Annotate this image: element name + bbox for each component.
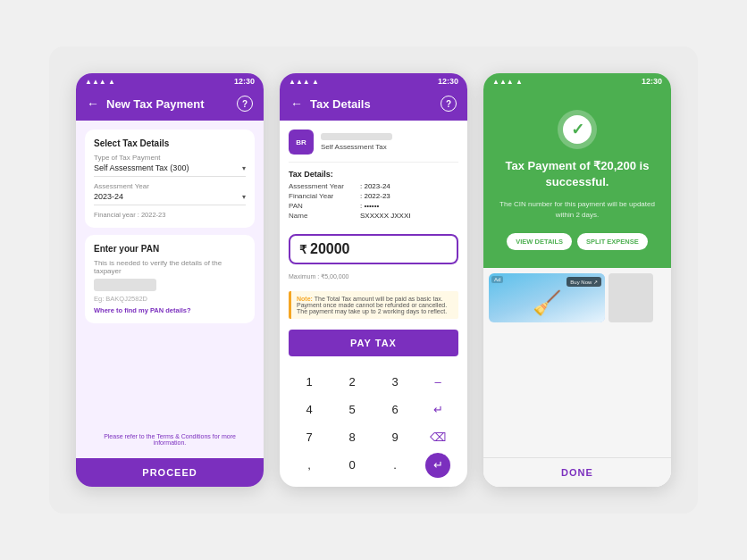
screen1-body: Select Tax Details Type of Tax Payment S…: [76, 121, 264, 458]
status-bar-1: ▲▲▲ ▲ 12:30: [76, 73, 264, 88]
check-mark-icon: ✓: [563, 115, 592, 144]
select-tax-title: Select Tax Details: [94, 138, 246, 148]
success-title: Tax Payment of ₹20,200 is successful.: [498, 158, 657, 190]
status-bar-3: ▲▲▲ ▲ 12:30: [483, 73, 671, 88]
tax-type-value: Self Assessment Tax (300): [94, 163, 189, 172]
numpad-dash[interactable]: –: [417, 369, 458, 395]
signal-icon-3: ▲▲▲ ▲: [492, 78, 523, 86]
detail-val-pan: : ••••••: [360, 202, 379, 210]
numpad-comma[interactable]: ,: [289, 452, 330, 478]
detail-key-name: Name: [289, 212, 360, 220]
detail-row-name: Name SXXXXX JXXXI: [289, 212, 458, 220]
numpad-8[interactable]: 8: [332, 424, 373, 450]
note-label: Note:: [297, 296, 313, 302]
tax-type-dropdown[interactable]: Self Assessment Tax (300) ▾: [94, 163, 246, 177]
note-box: Note: The Total Tax amount will be paid …: [289, 291, 458, 319]
numpad-4[interactable]: 4: [289, 397, 330, 422]
view-details-button[interactable]: VIEW DETAILS: [507, 233, 572, 250]
numpad-6[interactable]: 6: [374, 397, 415, 422]
screen1-spacer: [85, 330, 255, 422]
payee-name-blur: [321, 133, 392, 140]
screen2-body: BR Self Assessment Tax Tax Details: Asse…: [280, 121, 467, 487]
assessment-year-label: Assessment Year: [94, 182, 246, 190]
ad-side-banner: [609, 273, 653, 322]
assessment-year-dropdown[interactable]: 2023-24 ▾: [94, 192, 246, 205]
ad-image: Ad 🧹 Buy Now ↗: [489, 273, 605, 322]
numpad-3[interactable]: 3: [374, 369, 415, 395]
assessment-year-value: 2023-24: [94, 192, 123, 201]
pan-sub-text: This is needed to verify the details of …: [94, 259, 246, 275]
numpad-backspace[interactable]: ⌫: [417, 424, 458, 450]
detail-row-pan: PAN : ••••••: [289, 202, 458, 210]
time-display-2: 12:30: [438, 77, 458, 86]
back-button-1[interactable]: ←: [87, 96, 99, 111]
help-button-1[interactable]: ?: [237, 96, 253, 112]
page-title-1: New Tax Payment: [106, 97, 230, 111]
numpad-7[interactable]: 7: [289, 424, 330, 450]
terms-text: Please refer to the Terms & Conditions f…: [85, 430, 255, 449]
detail-key-financial: Financial Year: [289, 192, 360, 200]
tax-details-section: Tax Details: Assessment Year : 2023-24 F…: [289, 170, 458, 221]
tax-details-title: Tax Details:: [289, 170, 458, 179]
screen1-new-tax-payment: ▲▲▲ ▲ 12:30 ← New Tax Payment ? Select T…: [76, 73, 264, 487]
ad-section: Ad 🧹 Buy Now ↗: [483, 268, 671, 328]
numpad-1[interactable]: 1: [289, 369, 330, 395]
status-bar-2: ▲▲▲ ▲ 12:30: [280, 73, 467, 88]
terms-prefix: Please refer to the: [104, 433, 156, 439]
numpad-2[interactable]: 2: [332, 369, 373, 395]
payee-row: BR Self Assessment Tax: [289, 130, 458, 163]
success-actions: VIEW DETAILS SPLIT EXPENSE: [507, 233, 648, 250]
numpad-dot[interactable]: .: [374, 452, 415, 478]
tax-type-label: Type of Tax Payment: [94, 154, 246, 162]
done-button[interactable]: DONE: [483, 457, 671, 487]
numpad-5[interactable]: 5: [332, 397, 373, 422]
vacuum-icon: 🧹: [533, 289, 561, 317]
payee-sub-name: Self Assessment Tax: [321, 143, 392, 151]
pan-section-title: Enter your PAN: [94, 244, 246, 254]
numpad-0[interactable]: 0: [332, 452, 373, 478]
max-amount-text: Maximum : ₹5,00,000: [289, 273, 458, 280]
detail-val-financial: : 2022-23: [360, 192, 390, 200]
success-section: ✓ Tax Payment of ₹20,200 is successful. …: [483, 88, 671, 268]
detail-row-assessment: Assessment Year : 2023-24: [289, 182, 458, 190]
amount-input-box[interactable]: ₹ 20000: [289, 234, 458, 264]
signal-icon: ▲▲▲ ▲: [85, 78, 115, 86]
page-title-2: Tax Details: [310, 97, 433, 111]
note-text: The Total Tax amount will be paid as bas…: [297, 296, 447, 314]
pan-details-link[interactable]: Where to find my PAN details?: [94, 306, 246, 314]
pan-example: Eg: BAKQJ2582D: [94, 295, 246, 303]
header-bar-2: ← Tax Details ?: [280, 88, 467, 121]
payee-info: Self Assessment Tax: [321, 133, 392, 151]
screen3-spacer: [483, 328, 671, 457]
help-button-2[interactable]: ?: [441, 96, 457, 112]
screen3-success: ▲▲▲ ▲ 12:30 ✓ Tax Payment of ₹20,200 is …: [483, 73, 671, 487]
buy-now-badge[interactable]: Buy Now ↗: [567, 277, 601, 287]
enter-pan-card: Enter your PAN This is needed to verify …: [85, 235, 255, 323]
split-expense-button[interactable]: SPLIT EXPENSE: [577, 233, 648, 250]
screen2-tax-details: ▲▲▲ ▲ 12:30 ← Tax Details ? BR Self Asse…: [280, 73, 467, 487]
dropdown-arrow-tax: ▾: [242, 164, 246, 172]
terms-conditions-link[interactable]: Terms & Conditions: [156, 433, 211, 439]
proceed-button[interactable]: PROCEED: [76, 458, 264, 487]
screen-container: ▲▲▲ ▲ 12:30 ← New Tax Payment ? Select T…: [49, 46, 698, 514]
detail-val-name: SXXXXX JXXXI: [360, 212, 410, 220]
detail-key-assessment: Assessment Year: [289, 182, 360, 190]
amount-value: 20000: [310, 241, 350, 257]
ad-thumbnail: Ad 🧹 Buy Now ↗: [489, 273, 605, 322]
numpad: 1 2 3 – 4 5 6 ↵ 7 8 9 ⌫ , 0 . ↵: [289, 369, 458, 478]
numpad-enter-1[interactable]: ↵: [417, 397, 458, 422]
header-bar-1: ← New Tax Payment ?: [76, 88, 264, 121]
signal-icon-2: ▲▲▲ ▲: [289, 78, 319, 86]
time-display-3: 12:30: [642, 77, 662, 86]
check-circle: ✓: [558, 110, 597, 149]
detail-key-pan: PAN: [289, 202, 360, 210]
rupee-symbol: ₹: [299, 243, 306, 256]
back-button-2[interactable]: ←: [290, 96, 303, 111]
detail-row-financial: Financial Year : 2022-23: [289, 192, 458, 200]
numpad-enter-2[interactable]: ↵: [425, 453, 450, 478]
success-subtitle: The CIN number for this payment will be …: [498, 199, 657, 221]
numpad-9[interactable]: 9: [374, 424, 415, 450]
pay-tax-button[interactable]: PAY TAX: [289, 330, 458, 356]
pan-input[interactable]: [94, 279, 156, 291]
ad-badge: Ad: [491, 276, 503, 283]
